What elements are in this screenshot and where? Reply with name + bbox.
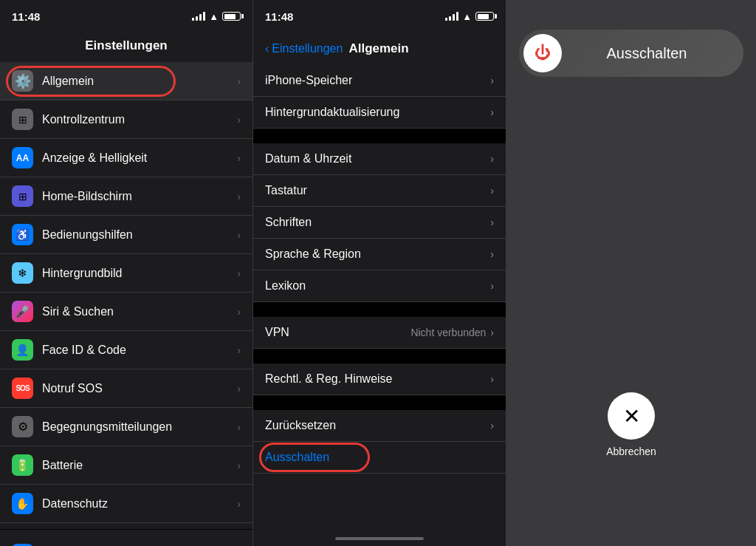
sidebar-item-home[interactable]: ⊞ Home-Bildschirm › — [0, 177, 252, 216]
middle-battery-icon — [475, 12, 494, 21]
siri-icon: 🎤 — [12, 301, 33, 322]
left-status-icons: ▲ — [192, 11, 241, 22]
vpn-value: Nicht verbunden — [410, 327, 486, 338]
hintergrund-label: Hintergrundbild — [42, 267, 237, 280]
datenschutz-label: Datenschutz — [42, 497, 237, 511]
middle-wifi-icon: ▲ — [462, 11, 472, 22]
left-status-bar: 11:48 ▲ — [0, 0, 252, 33]
notruf-label: Notruf SOS — [42, 382, 237, 395]
vpn-label: VPN — [265, 326, 289, 339]
begegnung-icon: ⚙ — [12, 416, 33, 437]
sidebar-item-allgemein[interactable]: ⚙️ Allgemein › — [0, 62, 252, 100]
wifi-icon: ▲ — [209, 11, 219, 22]
middle-status-bar: 11:48 ▲ — [253, 0, 506, 33]
sprache-label: Sprache & Region — [265, 248, 361, 261]
tastatur-chevron: › — [490, 185, 494, 197]
speicher-label: iPhone-Speicher — [265, 74, 352, 87]
nav-bar: ‹ Einstellungen Allgemein — [253, 33, 506, 65]
zuruecksetzen-label: Zurücksetzen — [265, 419, 336, 432]
zuruecksetzen-item[interactable]: Zurücksetzen › — [253, 410, 506, 442]
batterie-icon: 🔋 — [12, 454, 33, 476]
power-slider[interactable]: ⏻ Ausschalten — [519, 30, 743, 77]
kontrollzentrum-label: Kontrollzentrum — [42, 113, 237, 126]
rechtlich-item[interactable]: Rechtl. & Reg. Hinweise › — [253, 364, 506, 395]
schriften-chevron: › — [490, 216, 494, 228]
sidebar-item-kontrollzentrum[interactable]: ⊞ Kontrollzentrum › — [0, 100, 252, 139]
faceid-icon: 👤 — [12, 339, 33, 361]
schriften-item[interactable]: Schriften › — [253, 207, 506, 239]
anzeige-label: Anzeige & Helligkeit — [42, 151, 237, 165]
begegnung-label: Begegnungsmitteilungen — [42, 420, 237, 434]
rechtlich-chevron: › — [490, 373, 494, 385]
datum-label: Datum & Uhrzeit — [265, 152, 351, 165]
sidebar-item-bedienungshilfen[interactable]: ♿ Bedienungshilfen › — [0, 216, 252, 254]
sprache-item[interactable]: Sprache & Region › — [253, 239, 506, 270]
datum-item[interactable]: Datum & Uhrzeit › — [253, 143, 506, 175]
section-gap-3 — [253, 349, 506, 364]
left-panel-title: Einstellungen — [0, 33, 252, 62]
sidebar-item-notruf[interactable]: SOS Notruf SOS › — [0, 369, 252, 408]
cancel-button[interactable]: ✕ — [608, 392, 655, 440]
allgemein-list: iPhone-Speicher › Hintergrundaktualisier… — [253, 65, 506, 531]
tastatur-label: Tastatur — [265, 184, 307, 197]
hintergrund-icon: ❄ — [12, 262, 33, 284]
home-bar — [335, 537, 424, 540]
tastatur-item[interactable]: Tastatur › — [253, 175, 506, 207]
middle-signal-bars — [445, 12, 458, 21]
right-panel: ⏻ Ausschalten ➜ ✕ Abbrechen — [506, 0, 756, 546]
section-gap-2 — [253, 302, 506, 317]
home-icon: ⊞ — [12, 185, 33, 207]
sidebar-item-appstore[interactable]: A App Store › — [0, 536, 252, 546]
middle-status-icons: ▲ — [445, 11, 494, 22]
power-slider-label: Ausschalten — [562, 45, 739, 62]
cancel-label: Abbrechen — [606, 446, 656, 457]
lexikon-chevron: › — [490, 280, 494, 292]
sidebar-item-begegnung[interactable]: ⚙ Begegnungsmitteilungen › — [0, 408, 252, 446]
back-chevron-icon: ‹ — [265, 42, 269, 55]
vpn-chevron: › — [490, 327, 494, 338]
left-panel: 11:48 ▲ Einstellungen ⚙️ Allgemein › ⊞ — [0, 0, 253, 546]
middle-title: Allgemein — [348, 41, 408, 56]
ausschalten-item[interactable]: Ausschalten — [253, 442, 506, 474]
sidebar-item-hintergrund[interactable]: ❄ Hintergrundbild › — [0, 254, 252, 293]
allgemein-chevron: › — [237, 75, 241, 87]
middle-time: 11:48 — [265, 10, 293, 23]
battery-icon — [222, 12, 241, 21]
kontrollzentrum-icon: ⊞ — [12, 109, 33, 130]
speicher-chevron: › — [490, 75, 494, 86]
datum-chevron: › — [490, 153, 494, 165]
sidebar-item-siri[interactable]: 🎤 Siri & Suchen › — [0, 293, 252, 331]
bedienungshilfen-icon: ♿ — [12, 224, 33, 245]
batterie-label: Batterie — [42, 459, 237, 472]
sidebar-item-faceid[interactable]: 👤 Face ID & Code › — [0, 331, 252, 369]
ausschalten-label: Ausschalten — [265, 451, 329, 464]
allgemein-icon: ⚙️ — [12, 70, 33, 92]
rechtlich-label: Rechtl. & Reg. Hinweise — [265, 372, 393, 386]
sidebar-item-anzeige[interactable]: AA Anzeige & Helligkeit › — [0, 139, 252, 177]
back-label: Einstellungen — [272, 42, 343, 55]
siri-label: Siri & Suchen — [42, 305, 237, 318]
back-button[interactable]: ‹ Einstellungen — [265, 42, 343, 55]
allgemein-label: Allgemein — [42, 75, 237, 88]
sprache-chevron: › — [490, 248, 494, 260]
home-indicator — [253, 531, 506, 546]
notruf-icon: SOS — [12, 378, 33, 399]
sidebar-item-batterie[interactable]: 🔋 Batterie › — [0, 446, 252, 485]
lexikon-item[interactable]: Lexikon › — [253, 270, 506, 302]
sidebar-item-datenschutz[interactable]: ✋ Datenschutz › — [0, 485, 252, 523]
cancel-x-icon: ✕ — [623, 404, 640, 429]
hintergrundaktualisierung-label: Hintergrundaktualisierung — [265, 106, 399, 119]
speicher-item[interactable]: iPhone-Speicher › — [253, 65, 506, 97]
power-button[interactable]: ⏻ — [523, 34, 562, 72]
hintergrundaktualisierung-item[interactable]: Hintergrundaktualisierung › — [253, 97, 506, 129]
datenschutz-icon: ✋ — [12, 493, 33, 514]
bedienungshilfen-label: Bedienungshilfen — [42, 228, 237, 242]
settings-list: ⚙️ Allgemein › ⊞ Kontrollzentrum › AA An… — [0, 62, 252, 546]
section-gap-1 — [253, 129, 506, 143]
lexikon-label: Lexikon — [265, 279, 306, 293]
vpn-item[interactable]: VPN Nicht verbunden › — [253, 317, 506, 349]
signal-bars-icon — [192, 12, 205, 21]
faceid-label: Face ID & Code — [42, 344, 237, 357]
speicher-right: › — [490, 75, 494, 86]
middle-panel: 11:48 ▲ ‹ Einstellungen Allgemein iPhone… — [253, 0, 506, 546]
